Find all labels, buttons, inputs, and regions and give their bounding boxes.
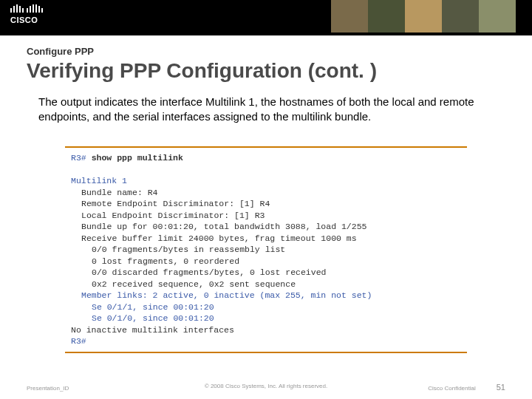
pre-title: Configure PPP: [27, 46, 94, 57]
term-line: No inactive multilink interfaces: [71, 324, 461, 336]
term-line: 0x2 received sequence, 0x2 sent sequence: [92, 279, 461, 290]
logo-text: CISCO: [10, 16, 43, 24]
term-line: Bundle name: R4: [81, 187, 461, 199]
footer-copyright: © 2008 Cisco Systems, Inc. All rights re…: [205, 383, 327, 389]
body-paragraph: The output indicates the interface Multi…: [38, 95, 494, 125]
term-line: Remote Endpoint Discriminator: [1] R4: [81, 198, 461, 210]
term-line: R3#: [71, 335, 461, 347]
footer-confidential: Cisco Confidential: [428, 385, 475, 392]
slide-title: Verifying PPP Configuration (cont. ): [27, 59, 377, 83]
term-line: Se 0/1/1, since 00:01:20: [92, 301, 461, 313]
term-line: 0/0 discarded fragments/bytes, 0 lost re…: [92, 267, 461, 279]
term-line: Local Endpoint Discriminator: [1] R3: [81, 210, 461, 222]
prompt: R3#: [71, 153, 86, 163]
term-line: 0/0 fragments/bytes in reassembly list: [92, 244, 461, 256]
term-line: Multilink 1: [71, 175, 461, 187]
terminal-output: R3# show ppp multilink Multilink 1 Bundl…: [65, 146, 467, 353]
page-number: 51: [497, 383, 505, 392]
term-line: 0 lost fragments, 0 reordered: [92, 256, 461, 267]
term-line: Se 0/1/0, since 00:01:20: [92, 313, 461, 324]
footer: Presentation_ID © 2008 Cisco Systems, In…: [27, 383, 505, 392]
command: show ppp multilink: [92, 153, 183, 163]
slide: CISCO Configure PPP Verifying PPP Config…: [0, 0, 532, 399]
header-banner: CISCO: [0, 0, 532, 35]
header-photo-strip: [331, 0, 516, 33]
term-line: Bundle up for 00:01:20, total bandwidth …: [81, 221, 461, 233]
term-line: Member links: 2 active, 0 inactive (max …: [81, 290, 461, 301]
term-line: Receive buffer limit 24000 bytes, frag t…: [81, 233, 461, 245]
footer-left: Presentation_ID: [27, 385, 69, 392]
cisco-logo: CISCO: [10, 4, 43, 24]
